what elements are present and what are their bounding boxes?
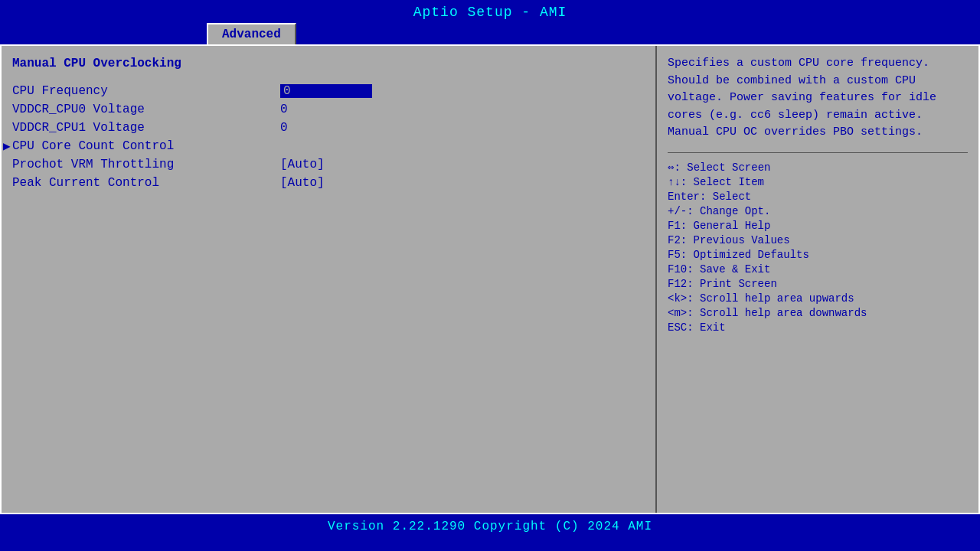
shortcut-row: ESC: Exit — [668, 321, 968, 334]
help-text: Specifies a custom CPU core frequency. S… — [668, 55, 968, 142]
divider — [668, 152, 968, 153]
menu-item[interactable]: CPU Frequency0 — [12, 84, 648, 98]
shortcut-row: Enter: Select — [668, 191, 968, 203]
shortcut-row: F10: Save & Exit — [668, 263, 968, 276]
arrow-icon: ▶ — [3, 139, 11, 154]
shortcut-row: F5: Optimized Defaults — [668, 249, 968, 261]
shortcut-row: +/-: Change Opt. — [668, 205, 968, 217]
menu-item-label: VDDCR_CPU0 Voltage — [12, 103, 273, 116]
menu-item-value: 0 — [280, 121, 288, 135]
right-panel: Specifies a custom CPU core frequency. S… — [657, 46, 978, 513]
menu-item-label: Peak Current Control — [12, 176, 273, 190]
shortcut-row: F12: Print Screen — [668, 278, 968, 290]
menu-item[interactable]: VDDCR_CPU1 Voltage0 — [12, 121, 648, 135]
menu-item[interactable]: ▶CPU Core Count Control — [12, 139, 648, 153]
menu-item-value: [Auto] — [280, 158, 325, 171]
menu-item-value: 0 — [280, 84, 372, 98]
menu-item[interactable]: Peak Current Control[Auto] — [12, 176, 648, 190]
menu-item-value: [Auto] — [280, 176, 325, 190]
menu-item-label: Prochot VRM Throttling — [12, 158, 273, 171]
main-content: Manual CPU Overclocking CPU Frequency0VD… — [0, 44, 980, 514]
shortcuts-container: ⇔: Select Screen↑↓: Select ItemEnter: Se… — [668, 161, 968, 334]
shortcut-row: F2: Previous Values — [668, 234, 968, 246]
section-title: Manual CPU Overclocking — [12, 57, 648, 70]
tab-advanced[interactable]: Advanced — [207, 23, 296, 44]
footer: Version 2.22.1290 Copyright (C) 2024 AMI — [0, 514, 980, 543]
shortcut-row: <k>: Scroll help area upwards — [668, 292, 968, 305]
menu-item-label: VDDCR_CPU1 Voltage — [12, 121, 273, 135]
shortcut-row: ↑↓: Select Item — [668, 176, 968, 188]
shortcut-row: ⇔: Select Screen — [668, 161, 968, 174]
menu-item-value: 0 — [280, 103, 288, 116]
menu-item[interactable]: VDDCR_CPU0 Voltage0 — [12, 103, 648, 116]
menu-items-container: CPU Frequency0VDDCR_CPU0 Voltage0VDDCR_C… — [12, 84, 648, 190]
shortcut-row: <m>: Scroll help area downwards — [668, 307, 968, 319]
menu-item[interactable]: Prochot VRM Throttling[Auto] — [12, 158, 648, 171]
menu-item-label: CPU Core Count Control — [12, 139, 273, 153]
menu-item-label: CPU Frequency — [12, 84, 273, 98]
shortcut-row: F1: General Help — [668, 220, 968, 232]
app-title: Aptio Setup - AMI — [0, 0, 980, 23]
nav-bar: Advanced — [0, 23, 980, 44]
left-panel: Manual CPU Overclocking CPU Frequency0VD… — [2, 46, 657, 513]
